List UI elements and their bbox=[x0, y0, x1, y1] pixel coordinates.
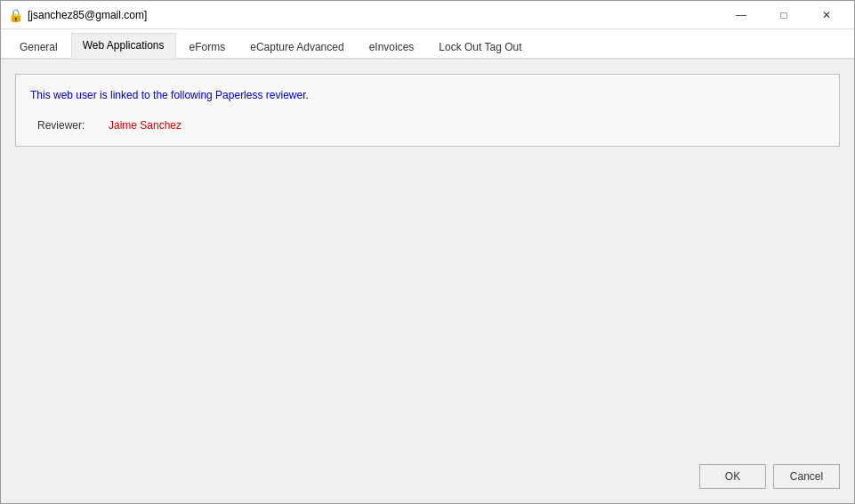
tab-eforms[interactable]: eForms bbox=[178, 35, 238, 59]
reviewer-label: Reviewer: bbox=[37, 119, 109, 132]
maximize-button[interactable]: □ bbox=[763, 1, 804, 29]
window-controls: — □ ✕ bbox=[721, 1, 847, 29]
reviewer-name: Jaime Sanchez bbox=[109, 119, 181, 132]
ok-button[interactable]: OK bbox=[699, 464, 766, 489]
reviewer-panel: This web user is linked to the following… bbox=[15, 74, 840, 147]
tab-general[interactable]: General bbox=[8, 35, 69, 59]
tab-einvoices[interactable]: eInvoices bbox=[358, 35, 426, 59]
window-icon: 🔒 bbox=[8, 8, 22, 22]
title-bar: 🔒 [jsanchez85@gmail.com] — □ ✕ bbox=[1, 1, 854, 29]
tab-bar: General Web Applications eForms eCapture… bbox=[1, 29, 854, 60]
tab-ecapture-advanced[interactable]: eCapture Advanced bbox=[238, 35, 355, 59]
panel-info-text: This web user is linked to the following… bbox=[30, 89, 825, 101]
tab-lock-out-tag-out[interactable]: Lock Out Tag Out bbox=[427, 35, 533, 59]
close-button[interactable]: ✕ bbox=[806, 1, 847, 29]
window-title: [jsanchez85@gmail.com] bbox=[28, 9, 721, 21]
reviewer-row: Reviewer: Jaime Sanchez bbox=[30, 119, 825, 132]
footer: OK Cancel bbox=[685, 457, 854, 496]
tab-web-applications[interactable]: Web Applications bbox=[71, 33, 176, 59]
cancel-button[interactable]: Cancel bbox=[773, 464, 840, 489]
content-area: This web user is linked to the following… bbox=[1, 60, 854, 503]
minimize-button[interactable]: — bbox=[721, 1, 762, 29]
main-window: 🔒 [jsanchez85@gmail.com] — □ ✕ General W… bbox=[0, 0, 855, 504]
